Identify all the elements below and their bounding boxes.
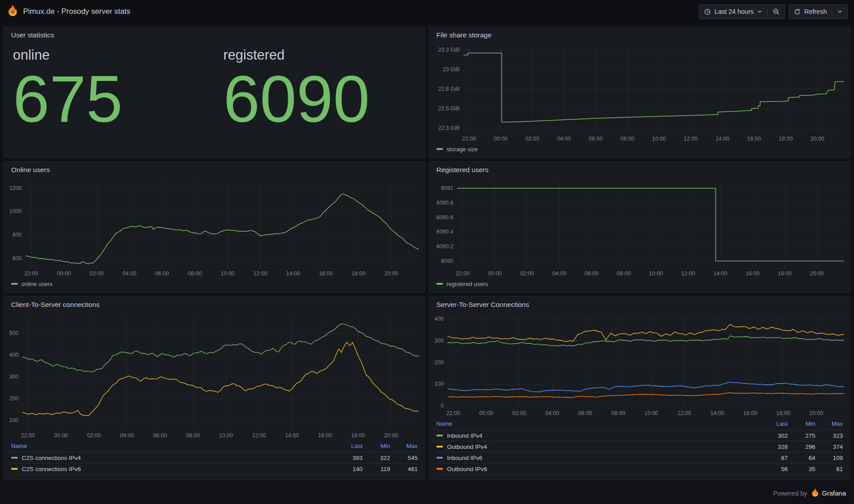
grafana-dashboard: Pimux.de - Prosody server stats Last 24 … xyxy=(0,0,854,504)
legend-max-value: 545 xyxy=(390,455,418,461)
clock-icon xyxy=(704,8,711,15)
zoom-out-button[interactable] xyxy=(767,5,785,19)
legend-table-header: NameLastMinMax xyxy=(11,440,418,452)
legend-label: Outbound IPv6 xyxy=(447,466,487,472)
file_share_storage-plot[interactable]: 23.3 GiB23 GiB22.8 GiB22.5 GiB22.3 GiB22… xyxy=(432,43,847,143)
legend-column-name[interactable]: Name xyxy=(436,420,760,427)
panel-title[interactable]: Registered users xyxy=(429,162,850,177)
panel-online-users: Online users 1200100080060022:0000:0002:… xyxy=(4,161,425,293)
panel-title[interactable]: User statistics xyxy=(4,27,425,42)
svg-text:08:00: 08:00 xyxy=(186,432,200,439)
stat-value: 6090 xyxy=(223,65,425,133)
svg-text:06:00: 06:00 xyxy=(153,432,167,439)
legend-row: Inbound IPv68764109 xyxy=(436,452,843,463)
panel-title[interactable]: Online users xyxy=(4,162,425,177)
legend-item[interactable]: online users xyxy=(11,281,52,287)
svg-text:16:00: 16:00 xyxy=(743,410,757,416)
legend-column-min[interactable]: Min xyxy=(788,420,815,427)
s2s-connections-chart[interactable]: 400300200100022:0000:0002:0004:0006:0008… xyxy=(432,312,847,418)
series-storage-size xyxy=(464,53,844,122)
refresh-label: Refresh xyxy=(804,8,827,15)
svg-text:100: 100 xyxy=(9,417,19,423)
svg-text:23.3 GiB: 23.3 GiB xyxy=(438,47,460,53)
svg-text:6090.6: 6090.6 xyxy=(436,214,453,221)
series-color-swatch xyxy=(436,446,443,448)
stat-label: registered xyxy=(223,47,425,63)
s2s-plot[interactable]: 400300200100022:0000:0002:0004:0006:0008… xyxy=(432,312,847,418)
svg-text:18:00: 18:00 xyxy=(779,136,793,142)
legend-series-name[interactable]: Inbound IPv4 xyxy=(436,432,760,439)
dashboard-grid: User statistics online 675 registered 60… xyxy=(0,23,854,486)
svg-text:6090.4: 6090.4 xyxy=(436,229,453,235)
c2s-connections-chart[interactable]: 50040030020010022:0000:0002:0004:0006:00… xyxy=(7,312,422,440)
legend-series-name[interactable]: Inbound IPv6 xyxy=(436,455,760,461)
series-online-users xyxy=(26,194,419,264)
online_users-plot[interactable]: 1200100080060022:0000:0002:0004:0006:000… xyxy=(7,177,422,278)
legend-max-value: 461 xyxy=(390,466,418,472)
online-users-chart[interactable]: 1200100080060022:0000:0002:0004:0006:000… xyxy=(7,177,422,278)
legend-column-name[interactable]: Name xyxy=(11,443,335,449)
refresh-interval-dropdown[interactable] xyxy=(832,5,847,19)
svg-text:16:00: 16:00 xyxy=(319,270,333,277)
svg-text:1000: 1000 xyxy=(9,208,22,214)
svg-text:22:00: 22:00 xyxy=(456,270,470,277)
svg-text:300: 300 xyxy=(9,374,19,380)
legend-column-last[interactable]: Last xyxy=(760,420,788,427)
registered-users-chart[interactable]: 60916090.86090.66090.46090.2609022:0000:… xyxy=(432,177,847,278)
legend-label: storage size xyxy=(447,146,478,153)
file-share-storage-chart[interactable]: 23.3 GiB23 GiB22.8 GiB22.5 GiB22.3 GiB22… xyxy=(432,43,847,143)
series-outbound-ipv4 xyxy=(448,324,844,342)
series-color-swatch xyxy=(11,468,18,470)
svg-text:22.3 GiB: 22.3 GiB xyxy=(438,125,460,131)
svg-text:06:00: 06:00 xyxy=(589,136,603,142)
svg-text:16:00: 16:00 xyxy=(745,270,759,277)
refresh-button[interactable]: Refresh xyxy=(789,5,832,19)
legend-item[interactable]: storage size xyxy=(436,146,478,153)
grafana-logo-icon[interactable] xyxy=(6,5,18,18)
stat-registered: registered 6090 xyxy=(214,47,425,157)
legend-series-name[interactable]: Outbound IPv6 xyxy=(436,466,760,472)
legend-label: online users xyxy=(21,281,52,287)
grafana-brand-link[interactable]: Grafana xyxy=(822,489,846,497)
legend-last-value: 140 xyxy=(335,466,363,472)
panel-title[interactable]: File share storage xyxy=(429,27,850,42)
svg-text:10:00: 10:00 xyxy=(645,410,658,416)
legend-series-name[interactable]: C2S connections IPv6 xyxy=(11,466,335,472)
svg-text:500: 500 xyxy=(9,330,19,336)
legend-label: C2S connections IPv6 xyxy=(22,466,81,472)
legend-label: Outbound IPv4 xyxy=(447,444,487,450)
refresh-group: Refresh xyxy=(789,4,848,19)
svg-text:22.5 GiB: 22.5 GiB xyxy=(438,105,460,112)
series-inbound-ipv4 xyxy=(448,336,844,346)
legend-column-max[interactable]: Max xyxy=(815,420,843,427)
panel-s2s-connections: Server-To-Server Connections 40030020010… xyxy=(429,296,850,480)
c2s-plot[interactable]: 50040030020010022:0000:0002:0004:0006:00… xyxy=(7,312,422,440)
legend-series-name[interactable]: C2S connections IPv4 xyxy=(11,455,335,461)
registered_users-plot[interactable]: 60916090.86090.66090.46090.2609022:0000:… xyxy=(432,177,847,278)
svg-text:0: 0 xyxy=(441,403,444,409)
svg-text:14:00: 14:00 xyxy=(713,270,727,277)
panel-title[interactable]: Server-To-Server Connections xyxy=(429,297,850,311)
legend-last-value: 56 xyxy=(760,466,788,472)
series-color-swatch xyxy=(11,283,18,285)
series-inbound-ipv6 xyxy=(448,382,844,392)
series-color-swatch xyxy=(436,435,443,436)
legend-column-min[interactable]: Min xyxy=(363,443,390,449)
svg-text:14:00: 14:00 xyxy=(285,432,299,439)
svg-text:12:00: 12:00 xyxy=(677,410,691,416)
legend-min-value: 64 xyxy=(788,455,815,461)
svg-text:14:00: 14:00 xyxy=(710,410,724,416)
chart-legend: registered users xyxy=(429,278,850,292)
svg-text:200: 200 xyxy=(9,395,19,402)
panel-title[interactable]: Client-To-Server connections xyxy=(4,297,425,311)
svg-text:04:00: 04:00 xyxy=(552,270,566,277)
legend-column-max[interactable]: Max xyxy=(390,443,418,449)
legend-series-name[interactable]: Outbound IPv4 xyxy=(436,444,760,450)
legend-item[interactable]: registered users xyxy=(436,281,488,287)
time-range-picker[interactable]: Last 24 hours xyxy=(699,5,767,19)
svg-text:04:00: 04:00 xyxy=(545,410,559,416)
legend-column-last[interactable]: Last xyxy=(335,443,363,449)
svg-text:1200: 1200 xyxy=(9,185,22,191)
series-c2s-connections-ipv6 xyxy=(23,342,419,416)
legend-table-header: NameLastMinMax xyxy=(436,418,843,430)
